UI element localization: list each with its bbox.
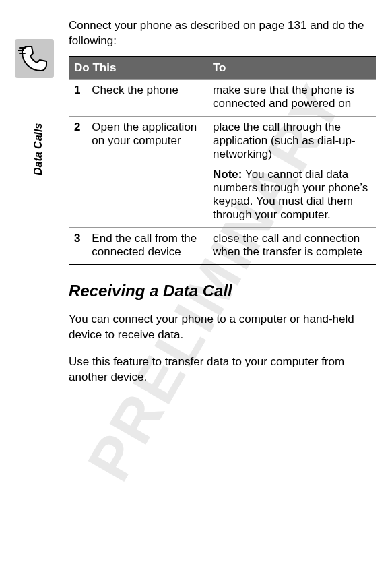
phone-icon <box>15 39 54 78</box>
section-heading: Receiving a Data Call <box>69 282 376 301</box>
header-to: To <box>207 57 376 80</box>
step-result: make sure that the phone is connected an… <box>207 79 376 116</box>
table-row: 2 Open the application on your computer … <box>69 116 376 227</box>
steps-table: Do This To 1 Check the phone make sure t… <box>69 56 376 265</box>
note-label: Note: <box>213 168 242 181</box>
table-header-row: Do This To <box>69 57 376 80</box>
step-action: End the call from the connected device <box>89 227 207 265</box>
side-section-label: Data Calls <box>32 123 44 175</box>
step-number: 3 <box>69 227 89 265</box>
step-action: Check the phone <box>89 79 207 116</box>
step-action: Open the application on your computer <box>89 116 207 227</box>
header-do-this: Do This <box>69 57 207 80</box>
table-row: 1 Check the phone make sure that the pho… <box>69 79 376 116</box>
step-number: 1 <box>69 79 89 116</box>
step-number: 2 <box>69 116 89 227</box>
step-result-text: place the call through the application (… <box>213 121 356 160</box>
paragraph: You can connect your phone to a computer… <box>69 312 376 343</box>
paragraph: Use this feature to transfer data to you… <box>69 354 376 385</box>
step-note: Note: You cannot dial data numbers throu… <box>213 168 370 222</box>
manual-page: PRELIMINARY Data Calls Connect your phon… <box>0 0 392 564</box>
intro-text: Connect your phone as described on page … <box>69 18 376 49</box>
sidebar <box>15 39 55 78</box>
main-column: Connect your phone as described on page … <box>69 7 376 394</box>
step-result: place the call through the application (… <box>207 116 376 227</box>
step-result: close the call and connection when the t… <box>207 227 376 265</box>
table-row: 3 End the call from the connected device… <box>69 227 376 265</box>
